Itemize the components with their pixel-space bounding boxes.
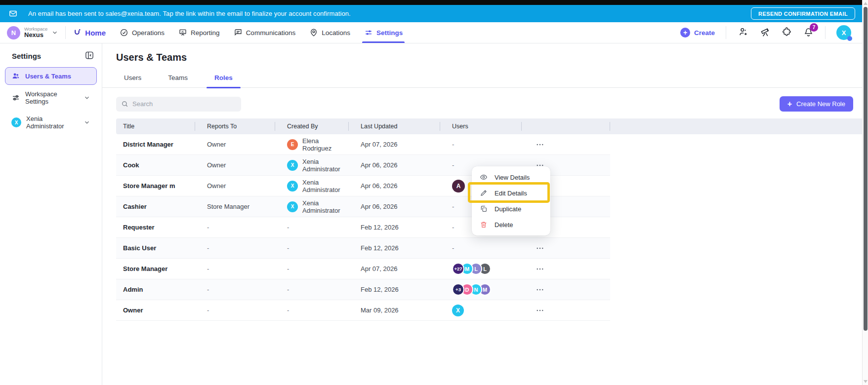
reports-to: -: [195, 238, 275, 258]
sidebar-item-workspace-settings[interactable]: Workspace Settings: [5, 86, 97, 110]
tab-teams[interactable]: Teams: [160, 74, 196, 87]
copy-icon: [480, 205, 488, 213]
table-row[interactable]: Store Manager - - Apr 07, 2026 +27 M L L: [116, 259, 610, 279]
row-actions-button[interactable]: [534, 138, 546, 151]
nav-item-home[interactable]: Home: [73, 22, 106, 43]
row-actions-button[interactable]: [534, 304, 546, 317]
nav-label: Settings: [376, 29, 403, 37]
last-updated: Mar 09, 2026: [349, 300, 440, 320]
whats-new-button[interactable]: [759, 27, 771, 38]
nav-item-locations[interactable]: Locations: [309, 22, 350, 43]
nav-label: Operations: [132, 29, 165, 37]
role-title: Owner: [116, 300, 195, 320]
search-box: [116, 97, 241, 112]
scrollbar-up-arrow[interactable]: [864, 2, 868, 5]
vertical-scrollbar[interactable]: [862, 0, 868, 385]
sidebar-item-label: Users & Teams: [25, 73, 71, 80]
sidebar-item-users-teams[interactable]: Users & Teams: [5, 67, 97, 85]
reports-to: -: [195, 300, 275, 320]
invite-user-button[interactable]: [737, 27, 749, 38]
create-new-role-button[interactable]: + Create New Role: [780, 96, 853, 112]
created-by: E Elena Rodriguez: [275, 134, 349, 154]
create-new-role-label: Create New Role: [796, 100, 845, 108]
column-header-users[interactable]: Users: [440, 118, 522, 134]
reports-to: Owner: [195, 176, 275, 196]
column-header-last-updated[interactable]: Last Updated: [349, 118, 440, 134]
users-cell: +27 M L L: [440, 259, 522, 279]
reports-to: -: [195, 259, 275, 279]
telescope-icon: [760, 27, 770, 37]
last-updated: Feb 12, 2026: [349, 279, 440, 300]
users-cell: +3 D N M: [440, 279, 522, 300]
table-row[interactable]: Basic User - - Feb 12, 2026 -: [116, 238, 610, 259]
nav-item-reporting[interactable]: Reporting: [178, 22, 220, 43]
avatar: X: [11, 117, 21, 127]
sidebar-title: Settings: [12, 52, 41, 60]
notifications-button[interactable]: 7: [802, 27, 814, 38]
creator-name: Xenia Administrator: [302, 179, 349, 193]
creator-name: Elena Rodriguez: [302, 137, 349, 152]
reports-to: Owner: [195, 155, 275, 175]
row-actions-button[interactable]: [534, 263, 546, 275]
mail-icon: [9, 9, 17, 18]
scrollbar-thumb[interactable]: [864, 7, 868, 331]
collapse-sidebar-button[interactable]: [84, 50, 95, 61]
column-header-created-by[interactable]: Created By: [275, 118, 349, 134]
created-by: -: [275, 259, 349, 279]
menu-item-label: Delete: [495, 221, 513, 229]
ellipsis-icon: [536, 306, 544, 315]
reports-to: -: [195, 279, 275, 300]
menu-item-duplicate[interactable]: Duplicate: [472, 201, 550, 217]
integrations-button[interactable]: [781, 27, 792, 38]
user-avatar[interactable]: X: [836, 25, 851, 40]
creator-name: Xenia Administrator: [302, 158, 349, 173]
sliders-icon: [11, 93, 20, 102]
notification-badge: 7: [810, 23, 818, 32]
role-title: Store Manager: [116, 259, 195, 279]
nav-divider: [825, 26, 826, 39]
menu-item-label: Edit Details: [495, 190, 527, 197]
role-title: Basic User: [116, 238, 195, 258]
settings-sidebar: Settings Users & Teams Workspace Setting…: [0, 43, 102, 385]
nav-item-operations[interactable]: Operations: [120, 22, 165, 43]
ellipsis-icon: [536, 285, 544, 294]
nav-divider: [65, 26, 66, 39]
tab-roles[interactable]: Roles: [207, 74, 241, 87]
tab-users[interactable]: Users: [116, 74, 149, 87]
reports-to: Owner: [195, 134, 275, 154]
column-header-reports-to[interactable]: Reports To: [195, 118, 275, 134]
menu-item-delete[interactable]: Delete: [472, 217, 550, 232]
search-input[interactable]: [132, 100, 236, 108]
presentation-icon: [178, 28, 187, 37]
users-cell: -: [440, 238, 522, 258]
table-row[interactable]: Admin - - Feb 12, 2026 +3 D N M: [116, 279, 610, 300]
row-actions-button[interactable]: [534, 242, 546, 255]
workspace-switcher[interactable]: N Workspace Nexus: [7, 26, 58, 39]
toolbar: + Create New Role: [102, 88, 862, 118]
role-title: Admin: [116, 279, 195, 300]
create-label: Create: [694, 29, 715, 37]
nav-label: Locations: [322, 29, 350, 37]
resend-confirmation-button[interactable]: RESEND CONFIRMATION EMAIL: [751, 7, 855, 20]
reports-to: Store Manager: [195, 196, 275, 217]
check-circle-icon: [120, 28, 128, 37]
role-title: Store Manager m: [116, 176, 195, 196]
sidebar-item-label: Workspace Settings: [25, 90, 79, 105]
menu-item-edit-details[interactable]: Edit Details: [472, 185, 550, 201]
confirmation-banner: An email has been sent to sales@xenia.te…: [0, 5, 862, 22]
nav-item-settings[interactable]: Settings: [364, 22, 403, 43]
nav-items: Home Operations Reporting Communications…: [73, 22, 403, 43]
avatar: X: [287, 160, 298, 171]
last-updated: Apr 07, 2026: [349, 259, 440, 279]
scrollbar-down-arrow[interactable]: [864, 380, 868, 383]
table-row[interactable]: Owner - - Mar 09, 2026 X: [116, 300, 610, 321]
nav-item-communications[interactable]: Communications: [234, 22, 296, 43]
role-title: Cook: [116, 155, 195, 175]
sidebar-item-xenia-administrator[interactable]: X Xenia Administrator: [5, 111, 97, 134]
row-actions-button[interactable]: [534, 283, 546, 296]
chat-icon: [234, 28, 243, 37]
menu-item-view-details[interactable]: View Details: [472, 169, 550, 185]
create-button[interactable]: + Create: [680, 28, 715, 38]
column-header-title[interactable]: Title: [116, 118, 195, 134]
table-row[interactable]: District Manager Owner E Elena Rodriguez…: [116, 134, 610, 155]
